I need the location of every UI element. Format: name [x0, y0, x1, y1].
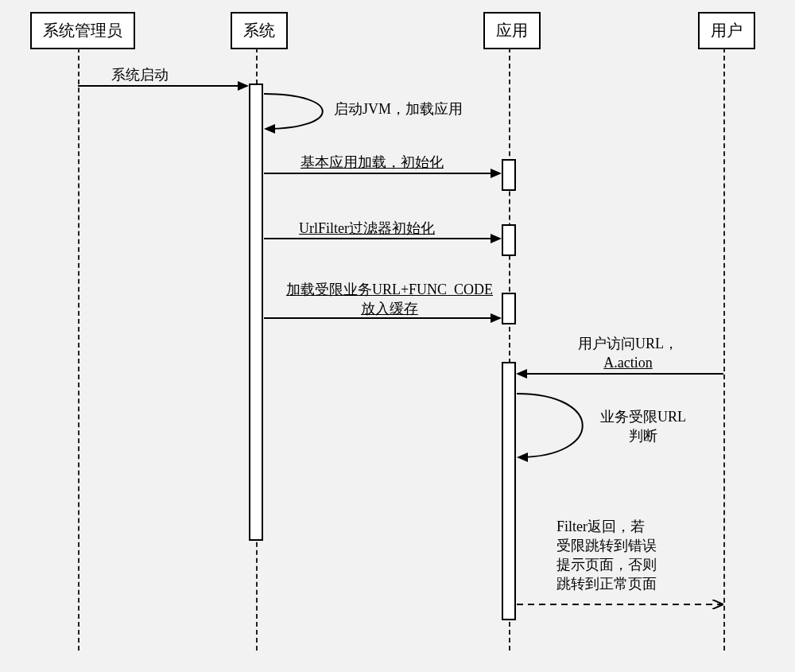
label-m7-line2: 判断: [600, 426, 686, 445]
label-m8-line2: 受限跳转到错误: [556, 536, 657, 555]
label-m3-text: 基本应用加载，初始化: [301, 154, 444, 170]
lifeline-user: [723, 48, 725, 651]
label-m2-text: 启动JVM，加载应用: [334, 101, 463, 117]
actor-box-user: 用户: [698, 12, 755, 49]
activation-system: [249, 84, 263, 541]
lifeline-admin: [78, 48, 80, 651]
label-m1: 系统启动: [111, 65, 169, 84]
activation-app-4: [502, 362, 516, 620]
label-m5: 加载受限业务URL+FUNC_CODE 放入缓存: [282, 280, 497, 318]
actor-label-system: 系统: [243, 21, 275, 39]
label-m5-line1: 加载受限业务URL+FUNC_CODE: [282, 280, 497, 299]
label-m8-line3: 提示页面，否则: [556, 555, 657, 574]
label-m8-line1: Filter返回，若: [556, 517, 657, 536]
label-m4: UrlFilter过滤器初始化: [299, 219, 435, 238]
label-m7-line1: 业务受限URL: [600, 407, 686, 426]
label-m7: 业务受限URL 判断: [600, 407, 686, 445]
label-m8: Filter返回，若 受限跳转到错误 提示页面，否则 跳转到正常页面: [556, 517, 657, 593]
arrow-m7-self: [517, 394, 583, 457]
activation-app-2: [502, 224, 516, 256]
actor-box-app: 应用: [483, 12, 541, 49]
label-m6-line1: 用户访问URL，: [541, 334, 716, 353]
label-m3: 基本应用加载，初始化: [301, 153, 444, 172]
label-m1-text: 系统启动: [111, 67, 169, 83]
label-m8-line4: 跳转到正常页面: [556, 574, 657, 593]
arrow-m2-self: [264, 94, 323, 129]
actor-label-admin: 系统管理员: [43, 21, 122, 39]
label-m2: 启动JVM，加载应用: [334, 99, 463, 118]
activation-app-1: [502, 159, 516, 191]
activation-app-3: [502, 293, 516, 324]
label-m5-line2: 放入缓存: [282, 299, 497, 318]
actor-label-user: 用户: [711, 21, 743, 39]
actor-label-app: 应用: [496, 21, 528, 39]
actor-box-system: 系统: [231, 12, 288, 49]
actor-box-admin: 系统管理员: [30, 12, 135, 49]
label-m6-line2: A.action: [541, 353, 716, 372]
label-m6: 用户访问URL， A.action: [541, 334, 716, 372]
label-m4-text: UrlFilter过滤器初始化: [299, 220, 435, 236]
